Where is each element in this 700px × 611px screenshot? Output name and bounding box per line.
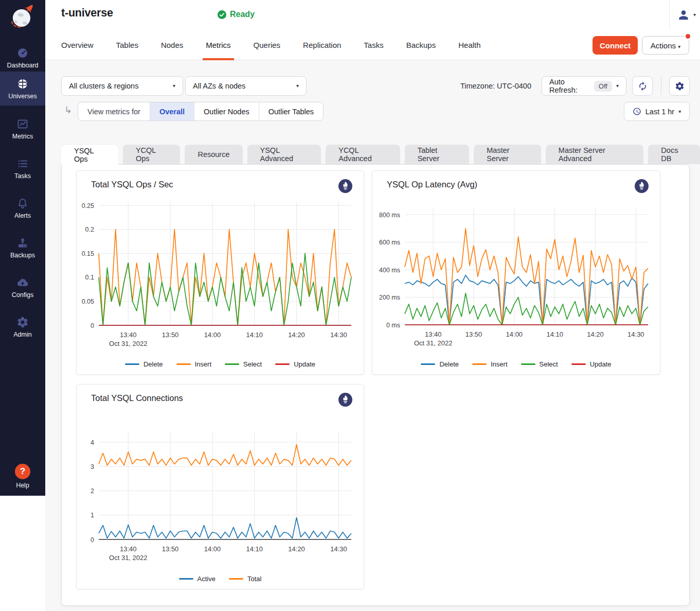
chart-canvas: 800 ms600 ms400 ms200 ms0 ms13:4013:5014… bbox=[372, 171, 661, 351]
plot-area[interactable]: 800 ms600 ms400 ms200 ms0 ms13:4013:5014… bbox=[372, 171, 661, 353]
sidebar: Dashboard Universes Metrics bbox=[0, 0, 45, 496]
actions-button[interactable]: Actions ▾ bbox=[642, 36, 689, 55]
x-axis-date-label: Oct 31, 2022 bbox=[109, 340, 147, 347]
x-tick-label: 14:00 bbox=[204, 545, 221, 553]
toolbar-divider bbox=[661, 77, 661, 95]
nav-nodes[interactable]: Nodes bbox=[161, 30, 183, 60]
view-metrics-label: View metrics for bbox=[78, 102, 150, 120]
chart-card-total-ysql-ops: Total YSQL Ops / Sec 0.250.20.150.10.050… bbox=[76, 170, 364, 375]
connect-button[interactable]: Connect bbox=[593, 36, 638, 55]
y-tick-label: 2 bbox=[91, 487, 94, 495]
x-tick-label: 14:10 bbox=[546, 330, 563, 338]
scope-outlier-nodes[interactable]: Outlier Nodes bbox=[194, 102, 259, 120]
cloud-upload-icon bbox=[16, 276, 29, 289]
sidebar-item-help[interactable]: ? Help bbox=[0, 460, 45, 493]
nav-tasks[interactable]: Tasks bbox=[364, 30, 383, 60]
nav-health[interactable]: Health bbox=[458, 30, 480, 60]
x-tick-label: 14:00 bbox=[506, 330, 523, 338]
chevron-down-icon: ▾ bbox=[296, 83, 299, 89]
tab-docs-db[interactable]: Docs DB bbox=[648, 145, 700, 164]
legend-item-active[interactable]: Active bbox=[179, 575, 216, 583]
plot-area[interactable]: 4321013:4013:5014:0014:1014:2014:30Oct 3… bbox=[77, 385, 365, 567]
status-label: Ready bbox=[230, 10, 255, 19]
view-metrics-group: View metrics for Overall Outlier Nodes O… bbox=[78, 102, 324, 121]
scope-overall[interactable]: Overall bbox=[150, 102, 194, 120]
tab-resource[interactable]: Resource bbox=[185, 145, 242, 164]
prometheus-icon[interactable] bbox=[635, 179, 649, 193]
legend-item-update[interactable]: Update bbox=[275, 360, 315, 368]
nav-overview[interactable]: Overview bbox=[61, 30, 94, 60]
sidebar-item-backups[interactable]: Backups bbox=[0, 231, 45, 264]
tab-tablet-server[interactable]: Tablet Server bbox=[405, 145, 470, 164]
legend-item-insert[interactable]: Insert bbox=[176, 360, 212, 368]
list-icon bbox=[16, 158, 29, 170]
tab-master-server[interactable]: Master Server bbox=[474, 145, 541, 164]
tab-ycql-advanced[interactable]: YCQL Advanced bbox=[326, 145, 400, 164]
header-divider bbox=[669, 0, 670, 30]
scope-outlier-tables[interactable]: Outlier Tables bbox=[259, 102, 323, 120]
legend-swatch bbox=[229, 578, 243, 580]
tab-master-server-advanced[interactable]: Master Server Advanced bbox=[546, 145, 644, 164]
azs-nodes-select[interactable]: All AZs & nodes ▾ bbox=[185, 76, 307, 96]
tab-ycql-ops[interactable]: YCQL Ops bbox=[123, 145, 181, 164]
nav-tables[interactable]: Tables bbox=[116, 30, 138, 60]
yugabyte-logo-icon[interactable] bbox=[7, 2, 38, 33]
charts-panel: Total YSQL Ops / Sec 0.250.20.150.10.050… bbox=[61, 164, 690, 606]
sub-level-arrow-icon: ↳ bbox=[64, 104, 72, 116]
y-tick-label: 0.2 bbox=[85, 226, 94, 233]
chevron-down-icon: ▾ bbox=[693, 12, 696, 18]
sidebar-item-universes[interactable]: Universes bbox=[0, 72, 45, 106]
sidebar-item-configs[interactable]: Configs bbox=[0, 271, 45, 304]
x-axis-date-label: Oct 31, 2022 bbox=[414, 339, 452, 347]
x-tick-label: 14:30 bbox=[330, 545, 347, 553]
series-total bbox=[99, 445, 351, 465]
sidebar-item-alerts[interactable]: Alerts bbox=[0, 191, 45, 224]
legend-item-total[interactable]: Total bbox=[229, 575, 261, 583]
legend-item-select[interactable]: Select bbox=[521, 360, 558, 368]
user-menu[interactable]: ▾ bbox=[677, 8, 696, 22]
legend-swatch bbox=[179, 578, 193, 580]
y-tick-label: 0 ms bbox=[386, 322, 400, 329]
tab-ysql-advanced[interactable]: YSQL Advanced bbox=[247, 145, 321, 164]
auto-refresh-value: Off bbox=[594, 81, 612, 92]
sidebar-item-dashboard[interactable]: Dashboard bbox=[0, 41, 45, 74]
y-tick-label: 0.1 bbox=[85, 274, 94, 281]
chart-canvas: 4321013:4013:5014:0014:1014:2014:30Oct 3… bbox=[77, 385, 365, 565]
series-active bbox=[99, 518, 351, 538]
notification-dot bbox=[685, 33, 691, 40]
plot-area[interactable]: 0.250.20.150.10.05013:4013:5014:0014:101… bbox=[77, 171, 365, 353]
legend-item-delete[interactable]: Delete bbox=[421, 360, 459, 368]
nav-backups[interactable]: Backups bbox=[406, 30, 436, 60]
sidebar-item-label: Configs bbox=[12, 291, 33, 299]
x-tick-label: 13:50 bbox=[465, 330, 482, 338]
nav-queries[interactable]: Queries bbox=[254, 30, 281, 60]
x-tick-label: 13:40 bbox=[120, 545, 137, 553]
sidebar-item-label: Metrics bbox=[12, 133, 33, 140]
sidebar-item-tasks[interactable]: Tasks bbox=[0, 152, 45, 185]
universe-title: t-universe bbox=[61, 7, 113, 20]
legend-item-select[interactable]: Select bbox=[225, 360, 262, 368]
prometheus-icon[interactable] bbox=[338, 393, 352, 407]
sidebar-item-metrics[interactable]: Metrics bbox=[0, 112, 45, 145]
sidebar-item-admin[interactable]: Admin bbox=[0, 310, 45, 343]
refresh-button[interactable] bbox=[632, 76, 653, 96]
clusters-regions-select[interactable]: All clusters & regions ▾ bbox=[61, 76, 183, 96]
legend-swatch bbox=[421, 363, 435, 365]
legend-item-update[interactable]: Update bbox=[571, 360, 612, 368]
legend-swatch bbox=[571, 363, 586, 365]
settings-button[interactable] bbox=[669, 76, 690, 96]
legend-item-delete[interactable]: Delete bbox=[125, 360, 163, 368]
status-badge: Ready bbox=[218, 10, 255, 19]
legend-item-insert[interactable]: Insert bbox=[472, 360, 508, 368]
nav-metrics[interactable]: Metrics bbox=[206, 30, 230, 60]
prometheus-icon[interactable] bbox=[338, 179, 352, 193]
upload-icon bbox=[16, 237, 29, 249]
time-range-select[interactable]: Last 1 hr ▾ bbox=[624, 102, 690, 121]
auto-refresh-control[interactable]: Auto Refresh: Off ▾ bbox=[542, 76, 626, 96]
nav-replication[interactable]: Replication bbox=[303, 30, 341, 60]
metrics-tab-strip: YSQL Ops YCQL Ops Resource YSQL Advanced… bbox=[61, 145, 700, 165]
x-tick-label: 13:50 bbox=[162, 545, 179, 553]
primary-nav: Overview Tables Nodes Metrics Queries Re… bbox=[45, 30, 700, 60]
tab-ysql-ops[interactable]: YSQL Ops bbox=[61, 145, 118, 165]
clock-icon bbox=[633, 107, 641, 116]
